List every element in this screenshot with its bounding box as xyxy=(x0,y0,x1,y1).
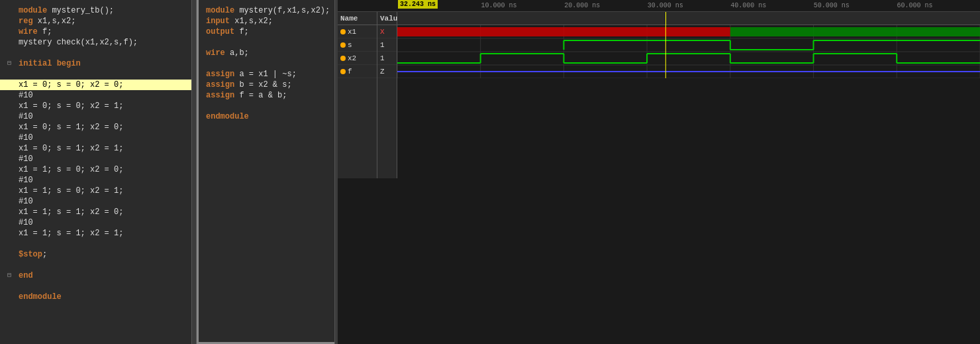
waveform-panel: 32.243 ns 0.000 ns 10.000 ns 20.000 ns 3… xyxy=(338,0,980,344)
signal-name-f: f xyxy=(338,65,377,78)
time-label-10: 10.000 ns xyxy=(481,2,517,9)
signal-name-x2: x2 xyxy=(338,52,377,65)
code-line-4: mystery check(x1,x2,s,f); xyxy=(0,37,191,48)
mid-line-5: wire a,b; xyxy=(197,48,334,58)
mid-line-8: assign b = x2 & s; xyxy=(197,80,334,90)
code-line-24: $stop; xyxy=(0,249,191,260)
code-line-3: wire f; xyxy=(0,27,191,37)
signal-value-x1: X xyxy=(377,25,397,38)
signal-name-header: Name xyxy=(338,12,377,25)
code-line-9: #10 xyxy=(0,90,191,101)
waveform-svg xyxy=(397,25,980,78)
gutter-icon-1: ⊟ xyxy=(4,58,15,69)
signal-dot-x1 xyxy=(340,29,346,34)
timestamp-bar: 32.243 ns 0.000 ns 10.000 ns 20.000 ns 3… xyxy=(338,0,980,12)
mid-line-4 xyxy=(197,37,334,48)
code-line-20: x1 = 1; s = 1; x2 = 0; xyxy=(0,207,191,217)
svg-rect-12 xyxy=(397,27,730,36)
code-line-18: x1 = 1; s = 0; x2 = 1; xyxy=(0,186,191,196)
code-line-8: x1 = 0; s = 0; x2 = 0; xyxy=(0,80,191,90)
code-line-15: #10 xyxy=(0,154,191,164)
code-line-10: x1 = 0; s = 0; x2 = 1; xyxy=(0,101,191,111)
code-line-21: #10 xyxy=(0,217,191,228)
signal-values-column: Value X 1 1 Z xyxy=(377,12,397,178)
panel-gap-1 xyxy=(192,0,195,344)
time-label-30: 30.000 ns xyxy=(648,2,683,9)
code-line-14: x1 = 0; s = 1; x2 = 1; xyxy=(0,143,191,154)
mid-line-9: assign f = a & b; xyxy=(197,90,334,101)
signal-dot-x2 xyxy=(340,56,346,61)
signal-dot-f xyxy=(340,69,346,74)
mid-line-10 xyxy=(197,101,334,111)
mid-line-7: assign a = x1 | ~s; xyxy=(197,69,334,80)
code-line-1: module mystery_tb(); xyxy=(0,5,191,16)
code-line-26: ⊟ end xyxy=(0,270,191,281)
code-line-27 xyxy=(0,281,191,292)
signal-value-s: 1 xyxy=(377,38,397,52)
mid-line-6 xyxy=(197,58,334,69)
signal-name-x1: x1 xyxy=(338,25,377,38)
code-line-22: x1 = 1; s = 1; x2 = 1; xyxy=(0,228,191,239)
time-labels-container: 0.000 ns 10.000 ns 20.000 ns 30.000 ns 4… xyxy=(398,0,980,11)
time-label-20: 20.000 ns xyxy=(564,2,600,9)
signal-value-x2: 1 xyxy=(377,52,397,65)
code-line-6: ⊟ initial begin xyxy=(0,58,191,69)
code-line-17: #10 xyxy=(0,175,191,186)
signal-area: Name x1 s x2 f xyxy=(338,12,980,178)
mid-line-11: endmodule xyxy=(197,111,334,122)
code-line-5 xyxy=(0,48,191,58)
code-line-13: #10 xyxy=(0,133,191,143)
signal-value-header: Value xyxy=(377,12,397,25)
middle-code-panel: module mystery(f,x1,s,x2); input x1,s,x2… xyxy=(196,0,335,344)
code-line-2: reg x1,s,x2; xyxy=(0,16,191,27)
code-line-16: x1 = 1; s = 0; x2 = 0; xyxy=(0,164,191,175)
time-label-50: 50.000 ns xyxy=(814,2,850,9)
signal-value-f: Z xyxy=(377,65,397,78)
cursor-line-header xyxy=(665,12,666,25)
code-line-23 xyxy=(0,239,191,249)
mid-line-2: input x1,s,x2; xyxy=(197,16,334,27)
svg-rect-13 xyxy=(730,27,980,36)
signal-names-column: Name x1 s x2 f xyxy=(338,12,377,178)
mid-line-1: module mystery(f,x1,s,x2); xyxy=(197,5,334,16)
code-line-25 xyxy=(0,260,191,270)
timestamp-marker: 32.243 ns xyxy=(398,0,438,9)
gutter-icon-2: ⊟ xyxy=(4,270,15,281)
code-line-19: #10 xyxy=(0,196,191,207)
code-line-7 xyxy=(0,69,191,80)
mid-line-3: output f; xyxy=(197,27,334,37)
waveform-bottom-area xyxy=(338,178,980,345)
code-line-11: #10 xyxy=(0,111,191,122)
code-line-28: endmodule xyxy=(0,292,191,302)
time-label-60: 60.000 ns xyxy=(897,2,932,9)
track-header xyxy=(397,12,980,25)
code-line-12: x1 = 0; s = 1; x2 = 0; xyxy=(0,122,191,133)
time-label-40: 40.000 ns xyxy=(730,2,766,9)
left-code-panel: module mystery_tb(); reg x1,s,x2; wire f… xyxy=(0,0,192,344)
waveform-tracks xyxy=(397,12,980,178)
signal-name-s: s xyxy=(338,38,377,52)
signal-dot-s xyxy=(340,42,346,48)
